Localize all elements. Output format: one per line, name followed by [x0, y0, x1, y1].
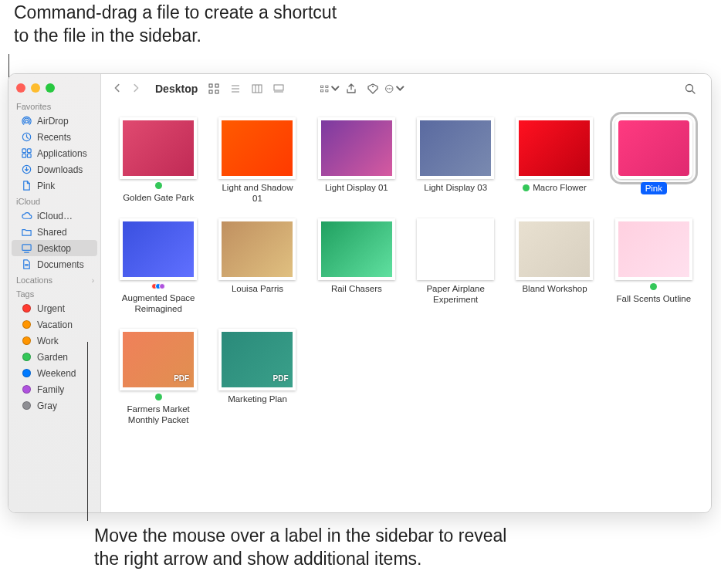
file-label-text: Light and Shadow 01 [217, 182, 297, 204]
file-label: Golden Gate Park [118, 182, 198, 203]
sidebar-section-tags: Tags [8, 286, 100, 300]
file-label: Marketing Plan [228, 394, 287, 404]
svg-rect-26 [326, 90, 328, 92]
svg-rect-7 [22, 245, 31, 251]
sidebar-item[interactable]: Pink [12, 177, 97, 194]
sidebar-item-label: Gray [37, 400, 57, 411]
zoom-button[interactable] [46, 83, 55, 93]
file-item[interactable]: Golden Gate Park [118, 117, 198, 204]
doc-icon [21, 180, 32, 191]
file-label-text: Pink [641, 182, 667, 194]
svg-rect-2 [22, 149, 26, 153]
tag-icon [21, 319, 32, 330]
file-item[interactable]: Farmers Market Monthly Packet [118, 329, 198, 426]
svg-rect-3 [27, 149, 31, 153]
more-button[interactable] [384, 80, 405, 97]
sidebar-item[interactable]: Urgent [12, 300, 97, 316]
section-label: Locations [16, 275, 52, 285]
forward-button[interactable] [130, 83, 141, 96]
file-label-text: Rail Chasers [331, 283, 382, 294]
sidebar-item-label: Applications [37, 148, 87, 159]
list-view-button[interactable] [225, 80, 245, 97]
tag-icon [21, 367, 32, 379]
docfolder-icon [21, 259, 32, 270]
svg-rect-4 [22, 154, 26, 157]
file-item[interactable]: Fall Scents Outline [614, 218, 694, 315]
file-label-text: Golden Gate Park [123, 192, 194, 203]
sidebar-item-label: Vacation [37, 319, 73, 330]
file-thumbnail [218, 218, 296, 280]
file-thumbnail [218, 117, 296, 179]
sidebar-item[interactable]: Applications [12, 145, 97, 161]
tag-dot-icon [155, 182, 162, 189]
file-item[interactable]: Marketing Plan [217, 329, 297, 426]
svg-rect-5 [27, 154, 31, 157]
file-label: Bland Workshop [522, 283, 587, 294]
file-item[interactable]: Paper Airplane Experiment [415, 218, 496, 315]
tag-icon [21, 335, 32, 346]
window-title: Desktop [155, 83, 198, 95]
cloud-icon [21, 210, 32, 221]
file-thumbnail [218, 329, 296, 390]
sidebar-item[interactable]: Recents [12, 129, 97, 145]
group-by-button[interactable] [320, 80, 340, 97]
tag-dot-icon [523, 184, 530, 191]
file-thumbnail [318, 218, 395, 280]
back-button[interactable] [112, 83, 123, 96]
file-label: Farmers Market Monthly Packet [118, 394, 198, 426]
sidebar-item[interactable]: AirDrop [12, 113, 97, 129]
close-button[interactable] [16, 83, 25, 93]
gallery-view-button[interactable] [269, 80, 289, 97]
file-item[interactable]: Augmented Space Reimagined [118, 218, 198, 315]
sidebar-item-label: Urgent [37, 303, 65, 314]
sidebar-item[interactable]: iCloud… [12, 208, 97, 224]
file-item[interactable]: Light and Shadow 01 [217, 117, 297, 204]
file-item[interactable]: Louisa Parris [217, 218, 297, 315]
apps-icon [21, 147, 32, 159]
svg-rect-25 [321, 90, 323, 92]
svg-line-33 [692, 91, 695, 93]
file-item[interactable]: Light Display 03 [415, 117, 496, 204]
file-item[interactable]: Bland Workshop [514, 218, 594, 315]
icon-view-button[interactable] [204, 80, 224, 97]
finder-window: Favorites AirDropRecentsApplicationsDown… [8, 73, 712, 513]
tags-button[interactable] [363, 80, 383, 97]
minimize-button[interactable] [31, 83, 40, 93]
nav-buttons [112, 83, 141, 96]
file-thumbnail [615, 218, 692, 280]
file-item[interactable]: Rail Chasers [316, 218, 397, 315]
toolbar: Desktop [101, 74, 711, 103]
file-label-text: Louisa Parris [232, 283, 283, 294]
tag-icon [21, 351, 32, 363]
share-button[interactable] [341, 80, 361, 97]
sidebar-item[interactable]: Desktop [12, 240, 97, 256]
file-label: Light Display 01 [325, 182, 388, 193]
sidebar-item[interactable]: Family [12, 381, 97, 397]
sidebar-item[interactable]: Gray [12, 397, 97, 414]
tag-dots-icon [151, 283, 165, 289]
main-area: Desktop Golden Gate ParkLight and Shadow… [101, 74, 711, 512]
file-label: Augmented Space Reimagined [118, 283, 198, 315]
column-view-button[interactable] [247, 80, 267, 97]
sidebar-item[interactable]: Garden [12, 349, 97, 365]
file-label: Rail Chasers [331, 283, 382, 294]
sidebar-item-label: Desktop [37, 243, 71, 254]
file-label: Fall Scents Outline [614, 283, 694, 304]
file-item[interactable]: Light Display 01 [316, 117, 397, 204]
search-button[interactable] [680, 80, 700, 97]
sidebar-section-locations[interactable]: Locations › [8, 272, 100, 286]
sidebar-item[interactable]: Work [12, 333, 97, 349]
sidebar-item[interactable]: Weekend [12, 365, 97, 381]
file-thumbnail [516, 218, 593, 280]
sidebar-item-label: Shared [37, 227, 67, 238]
callout-bottom: Move the mouse over a label in the sideb… [94, 525, 526, 571]
sidebar-item[interactable]: Vacation [12, 316, 97, 333]
svg-rect-23 [321, 86, 323, 87]
svg-rect-11 [209, 84, 212, 87]
sidebar-item[interactable]: Shared [12, 224, 97, 240]
sidebar-item[interactable]: Downloads [12, 161, 97, 177]
file-item[interactable]: Macro Flower [514, 117, 594, 204]
sidebar-item[interactable]: Documents [12, 256, 97, 272]
file-item[interactable]: Pink [614, 117, 694, 204]
desktop-icon [21, 242, 32, 254]
